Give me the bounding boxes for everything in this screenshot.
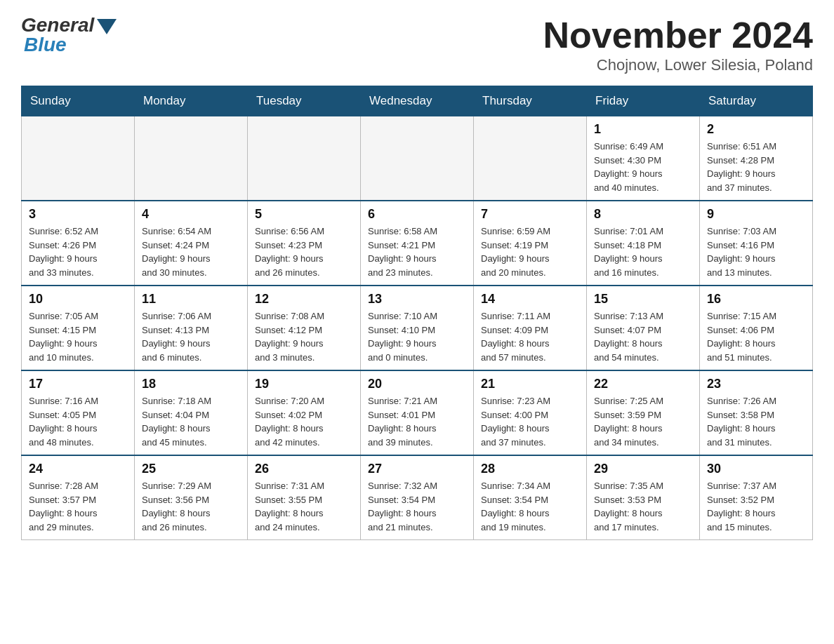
day-number: 12	[255, 292, 353, 307]
calendar-cell: 8Sunrise: 7:01 AM Sunset: 4:18 PM Daylig…	[587, 201, 700, 286]
day-number: 24	[29, 462, 127, 476]
calendar-table: SundayMondayTuesdayWednesdayThursdayFrid…	[21, 86, 813, 540]
calendar-cell: 20Sunrise: 7:21 AM Sunset: 4:01 PM Dayli…	[361, 370, 474, 455]
calendar-cell	[361, 116, 474, 201]
day-info: Sunrise: 6:54 AM Sunset: 4:24 PM Dayligh…	[142, 226, 211, 278]
day-number: 5	[255, 207, 353, 222]
day-number: 11	[142, 292, 240, 307]
day-info: Sunrise: 7:10 AM Sunset: 4:10 PM Dayligh…	[368, 311, 437, 363]
day-info: Sunrise: 6:58 AM Sunset: 4:21 PM Dayligh…	[368, 226, 437, 278]
day-number: 7	[481, 207, 579, 222]
day-info: Sunrise: 7:08 AM Sunset: 4:12 PM Dayligh…	[255, 311, 324, 363]
day-info: Sunrise: 7:13 AM Sunset: 4:07 PM Dayligh…	[594, 311, 663, 363]
day-number: 27	[368, 462, 466, 476]
weekday-header-wednesday: Wednesday	[361, 86, 474, 116]
calendar-week-3: 10Sunrise: 7:05 AM Sunset: 4:15 PM Dayli…	[22, 286, 813, 370]
calendar-cell: 2Sunrise: 6:51 AM Sunset: 4:28 PM Daylig…	[700, 116, 813, 201]
calendar-cell: 7Sunrise: 6:59 AM Sunset: 4:19 PM Daylig…	[474, 201, 587, 286]
logo-blue-text: Blue	[21, 34, 67, 56]
day-info: Sunrise: 7:35 AM Sunset: 3:53 PM Dayligh…	[594, 481, 663, 532]
title-section: November 2024 Chojnow, Lower Silesia, Po…	[543, 14, 813, 74]
day-number: 30	[707, 462, 805, 476]
calendar-cell: 19Sunrise: 7:20 AM Sunset: 4:02 PM Dayli…	[248, 370, 361, 455]
calendar-cell: 18Sunrise: 7:18 AM Sunset: 4:04 PM Dayli…	[135, 370, 248, 455]
day-info: Sunrise: 6:51 AM Sunset: 4:28 PM Dayligh…	[707, 141, 776, 193]
calendar-cell	[135, 116, 248, 201]
weekday-header-row: SundayMondayTuesdayWednesdayThursdayFrid…	[22, 86, 813, 116]
page-header: General Blue November 2024 Chojnow, Lowe…	[21, 14, 813, 74]
calendar-cell: 3Sunrise: 6:52 AM Sunset: 4:26 PM Daylig…	[22, 201, 135, 286]
day-info: Sunrise: 7:21 AM Sunset: 4:01 PM Dayligh…	[368, 396, 437, 448]
day-info: Sunrise: 7:37 AM Sunset: 3:52 PM Dayligh…	[707, 481, 776, 532]
weekday-header-sunday: Sunday	[22, 86, 135, 116]
calendar-cell: 15Sunrise: 7:13 AM Sunset: 4:07 PM Dayli…	[587, 286, 700, 370]
day-number: 6	[368, 207, 466, 222]
calendar-cell: 16Sunrise: 7:15 AM Sunset: 4:06 PM Dayli…	[700, 286, 813, 370]
calendar-cell: 6Sunrise: 6:58 AM Sunset: 4:21 PM Daylig…	[361, 201, 474, 286]
day-number: 20	[368, 377, 466, 391]
weekday-header-saturday: Saturday	[700, 86, 813, 116]
calendar-cell: 27Sunrise: 7:32 AM Sunset: 3:54 PM Dayli…	[361, 455, 474, 540]
calendar-cell: 21Sunrise: 7:23 AM Sunset: 4:00 PM Dayli…	[474, 370, 587, 455]
day-number: 14	[481, 292, 579, 307]
day-number: 29	[594, 462, 692, 476]
logo-triangle-icon	[97, 19, 117, 34]
day-info: Sunrise: 7:06 AM Sunset: 4:13 PM Dayligh…	[142, 311, 211, 363]
day-number: 23	[707, 377, 805, 391]
day-number: 8	[594, 207, 692, 222]
weekday-header-monday: Monday	[135, 86, 248, 116]
day-info: Sunrise: 7:18 AM Sunset: 4:04 PM Dayligh…	[142, 396, 211, 448]
day-info: Sunrise: 6:52 AM Sunset: 4:26 PM Dayligh…	[29, 226, 98, 278]
day-number: 17	[29, 377, 127, 391]
calendar-cell: 1Sunrise: 6:49 AM Sunset: 4:30 PM Daylig…	[587, 116, 700, 201]
weekday-header-thursday: Thursday	[474, 86, 587, 116]
day-info: Sunrise: 7:32 AM Sunset: 3:54 PM Dayligh…	[368, 481, 437, 532]
day-info: Sunrise: 7:26 AM Sunset: 3:58 PM Dayligh…	[707, 396, 776, 448]
day-number: 3	[29, 207, 127, 222]
day-number: 2	[707, 122, 805, 137]
calendar-cell: 29Sunrise: 7:35 AM Sunset: 3:53 PM Dayli…	[587, 455, 700, 540]
logo: General Blue	[21, 14, 117, 56]
day-info: Sunrise: 6:59 AM Sunset: 4:19 PM Dayligh…	[481, 226, 550, 278]
calendar-cell: 13Sunrise: 7:10 AM Sunset: 4:10 PM Dayli…	[361, 286, 474, 370]
calendar-week-5: 24Sunrise: 7:28 AM Sunset: 3:57 PM Dayli…	[22, 455, 813, 540]
day-info: Sunrise: 7:23 AM Sunset: 4:00 PM Dayligh…	[481, 396, 550, 448]
day-number: 1	[594, 122, 692, 137]
day-info: Sunrise: 7:34 AM Sunset: 3:54 PM Dayligh…	[481, 481, 550, 532]
month-title: November 2024	[543, 14, 813, 56]
day-info: Sunrise: 7:16 AM Sunset: 4:05 PM Dayligh…	[29, 396, 98, 448]
calendar-cell: 24Sunrise: 7:28 AM Sunset: 3:57 PM Dayli…	[22, 455, 135, 540]
day-info: Sunrise: 6:56 AM Sunset: 4:23 PM Dayligh…	[255, 226, 324, 278]
calendar-cell	[22, 116, 135, 201]
calendar-cell: 10Sunrise: 7:05 AM Sunset: 4:15 PM Dayli…	[22, 286, 135, 370]
calendar-cell	[474, 116, 587, 201]
calendar-cell: 12Sunrise: 7:08 AM Sunset: 4:12 PM Dayli…	[248, 286, 361, 370]
day-info: Sunrise: 7:25 AM Sunset: 3:59 PM Dayligh…	[594, 396, 663, 448]
calendar-cell: 9Sunrise: 7:03 AM Sunset: 4:16 PM Daylig…	[700, 201, 813, 286]
day-number: 15	[594, 292, 692, 307]
calendar-cell: 26Sunrise: 7:31 AM Sunset: 3:55 PM Dayli…	[248, 455, 361, 540]
calendar-cell: 30Sunrise: 7:37 AM Sunset: 3:52 PM Dayli…	[700, 455, 813, 540]
day-info: Sunrise: 7:03 AM Sunset: 4:16 PM Dayligh…	[707, 226, 776, 278]
calendar-cell: 5Sunrise: 6:56 AM Sunset: 4:23 PM Daylig…	[248, 201, 361, 286]
weekday-header-tuesday: Tuesday	[248, 86, 361, 116]
day-number: 10	[29, 292, 127, 307]
day-number: 28	[481, 462, 579, 476]
day-info: Sunrise: 7:29 AM Sunset: 3:56 PM Dayligh…	[142, 481, 211, 532]
calendar-cell: 25Sunrise: 7:29 AM Sunset: 3:56 PM Dayli…	[135, 455, 248, 540]
day-number: 13	[368, 292, 466, 307]
day-number: 16	[707, 292, 805, 307]
calendar-cell: 22Sunrise: 7:25 AM Sunset: 3:59 PM Dayli…	[587, 370, 700, 455]
calendar-week-1: 1Sunrise: 6:49 AM Sunset: 4:30 PM Daylig…	[22, 116, 813, 201]
calendar-cell: 11Sunrise: 7:06 AM Sunset: 4:13 PM Dayli…	[135, 286, 248, 370]
calendar-cell: 17Sunrise: 7:16 AM Sunset: 4:05 PM Dayli…	[22, 370, 135, 455]
calendar-cell	[248, 116, 361, 201]
day-number: 21	[481, 377, 579, 391]
calendar-cell: 23Sunrise: 7:26 AM Sunset: 3:58 PM Dayli…	[700, 370, 813, 455]
day-info: Sunrise: 7:28 AM Sunset: 3:57 PM Dayligh…	[29, 481, 98, 532]
day-info: Sunrise: 7:01 AM Sunset: 4:18 PM Dayligh…	[594, 226, 663, 278]
day-info: Sunrise: 6:49 AM Sunset: 4:30 PM Dayligh…	[594, 141, 663, 193]
day-number: 19	[255, 377, 353, 391]
calendar-cell: 4Sunrise: 6:54 AM Sunset: 4:24 PM Daylig…	[135, 201, 248, 286]
day-number: 9	[707, 207, 805, 222]
